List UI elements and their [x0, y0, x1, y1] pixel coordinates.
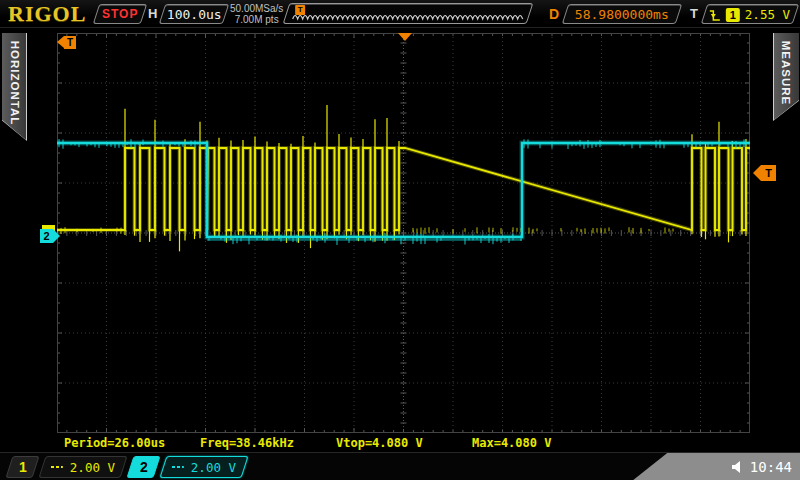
- horizontal-position-marker-icon[interactable]: [398, 33, 412, 41]
- trigger-level-value: 2.55 V: [745, 7, 790, 22]
- oscilloscope-screen: RIGOL STOP H 100.0us 50.00MSa/s 7.00M pt…: [0, 0, 800, 480]
- delay-label: D: [549, 6, 559, 22]
- tab-measure[interactable]: MEASURE: [773, 33, 799, 121]
- measurement-row: Period=26.00us Freq=38.46kHz Vtop=4.080 …: [0, 436, 800, 451]
- measurement-freq[interactable]: Freq=38.46kHz: [200, 436, 294, 450]
- trigger-readout[interactable]: 1 2.55 V: [701, 4, 799, 24]
- trigger-level-marker[interactable]: T: [753, 165, 776, 181]
- ch2-position-marker[interactable]: 2: [40, 229, 60, 243]
- speaker-icon: [732, 461, 745, 473]
- top-status-bar: RIGOL STOP H 100.0us 50.00MSa/s 7.00M pt…: [0, 0, 800, 28]
- ch2-position-label: 2: [40, 229, 53, 243]
- waveform-display: [57, 33, 750, 433]
- trigger-level-arrow-icon: [753, 165, 761, 181]
- ch1-scale-readout[interactable]: 2.00 V: [38, 456, 127, 478]
- memory-waveform-icon: [289, 4, 525, 24]
- clock: 10:44: [750, 459, 792, 475]
- ch2-coupling-dc-icon: [172, 463, 184, 471]
- trigger-level-t-icon: T: [761, 165, 776, 181]
- measurement-vtop[interactable]: Vtop=4.080 V: [336, 436, 423, 450]
- system-status-zone: 10:44: [632, 453, 800, 480]
- trigger-position-t-icon: T: [64, 36, 76, 49]
- delay-value: 58.9800000ms: [575, 7, 669, 22]
- trigger-position-marker[interactable]: T: [57, 36, 76, 49]
- run-status-label: STOP: [102, 7, 138, 21]
- acquisition-info: 50.00MSa/s 7.00M pts: [230, 3, 283, 25]
- tab-horizontal[interactable]: HORIZONTAL: [2, 33, 27, 141]
- trigger-position-arrow-icon: [57, 36, 64, 48]
- measurement-period[interactable]: Period=26.00us: [64, 436, 165, 450]
- ch2-volts-per-div: 2.00 V: [191, 460, 236, 475]
- ch1-number: 1: [19, 459, 27, 475]
- trigger-label: T: [690, 6, 698, 21]
- ch2-button[interactable]: 2: [126, 456, 160, 478]
- ch1-button[interactable]: 1: [5, 456, 39, 478]
- memory-position-bar[interactable]: T: [283, 3, 534, 24]
- trigger-source-badge: 1: [726, 7, 740, 21]
- ch2-number: 2: [140, 459, 148, 475]
- run-status-badge[interactable]: STOP: [93, 4, 147, 24]
- tab-horizontal-label: HORIZONTAL: [9, 40, 21, 125]
- ch2-scale-readout[interactable]: 2.00 V: [159, 456, 248, 478]
- ch2-position-arrow-icon: [53, 229, 60, 243]
- delay-readout[interactable]: 58.9800000ms: [562, 4, 682, 24]
- memory-depth: 7.00M pts: [230, 14, 283, 25]
- tab-measure-label: MEASURE: [780, 41, 792, 106]
- rigol-logo: RIGOL: [8, 1, 86, 27]
- sample-rate: 50.00MSa/s: [230, 3, 283, 14]
- measurement-max[interactable]: Max=4.080 V: [472, 436, 551, 450]
- ch1-volts-per-div: 2.00 V: [70, 460, 115, 475]
- ch1-coupling-dc-icon: [51, 463, 63, 471]
- horizontal-label: H: [148, 6, 157, 21]
- falling-edge-icon: [709, 7, 721, 21]
- timebase-value: 100.0us: [167, 7, 222, 22]
- timebase-readout[interactable]: 100.0us: [159, 4, 229, 24]
- channel-status-bar: 1 2.00 V 2 2.00 V 10:: [0, 452, 800, 480]
